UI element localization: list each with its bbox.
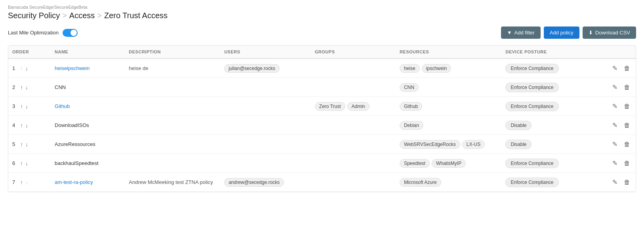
device-posture-badge: Enforce Compliance	[505, 83, 558, 92]
device-posture-badge: Enforce Compliance	[505, 64, 558, 73]
device-posture-cell: Enforce Compliance	[501, 78, 597, 97]
col-header-device-posture: DEVICE POSTURE	[501, 45, 597, 59]
resources-cell: CNN	[396, 78, 502, 97]
device-posture-cell: Enforce Compliance	[501, 97, 597, 116]
users-cell	[220, 116, 311, 135]
move-down-button[interactable]: ↓	[25, 84, 29, 91]
resource-chip: Github	[400, 102, 422, 111]
edit-button[interactable]: ✎	[611, 64, 619, 73]
col-header-users: USERS	[220, 45, 311, 59]
order-cell: 2↑↓	[8, 78, 51, 97]
policy-name-link[interactable]: heiseipschwein	[55, 65, 90, 71]
edit-button[interactable]: ✎	[611, 83, 619, 92]
actions-cell: ✎🗑	[597, 173, 636, 192]
device-posture-badge: Disable	[505, 121, 532, 130]
move-up-button[interactable]: ↑	[19, 103, 24, 110]
device-posture-cell: Enforce Compliance	[501, 154, 597, 173]
policy-name: AzureRessources	[55, 141, 95, 147]
description-cell	[125, 135, 220, 154]
actions-cell: ✎🗑	[597, 59, 636, 78]
delete-button[interactable]: 🗑	[622, 140, 632, 149]
toolbar-right: ▼ Add filter Add policy ⬇ Download CSV	[501, 27, 636, 39]
resources-cell: heiseipschwein	[396, 59, 502, 78]
table-row: 4↑↓DownloadISOsDebianDisable✎🗑	[8, 116, 636, 135]
download-csv-button[interactable]: ⬇ Download CSV	[583, 27, 636, 39]
delete-button[interactable]: 🗑	[622, 102, 632, 111]
col-header-groups: GROUPS	[311, 45, 396, 59]
users-cell	[220, 154, 311, 173]
table-row: 7↑↓am-test-ra-policyAndrew McMeeking tes…	[8, 173, 636, 192]
device-posture-badge: Enforce Compliance	[505, 159, 558, 168]
filter-icon: ▼	[507, 30, 512, 36]
table-header-row: ORDER NAME DESCRIPTION USERS GROUPS RESO…	[8, 45, 636, 59]
add-filter-button[interactable]: ▼ Add filter	[501, 27, 541, 39]
col-header-description: DESCRIPTION	[125, 45, 220, 59]
users-cell: julian@secedge.rocks	[220, 59, 311, 78]
page-title: Security Policy > Access > Zero Trust Ac…	[8, 11, 636, 20]
add-policy-button[interactable]: Add policy	[544, 27, 579, 39]
name-cell: CNN	[51, 78, 125, 97]
groups-cell	[311, 135, 396, 154]
edit-button[interactable]: ✎	[611, 159, 619, 168]
resource-chip: heise	[400, 64, 420, 73]
description-cell: heise de	[125, 59, 220, 78]
last-mile-toggle[interactable]	[63, 29, 78, 37]
users-cell	[220, 78, 311, 97]
move-up-button[interactable]: ↑	[19, 84, 24, 91]
groups-cell	[311, 59, 396, 78]
move-up-button[interactable]: ↑	[19, 160, 24, 167]
resources-cell: Debian	[396, 116, 502, 135]
move-down-button[interactable]: ↓	[25, 65, 29, 72]
table-row: 6↑↓backhaulSpeedtestSpeedtestWhatisMyIPE…	[8, 154, 636, 173]
order-cell: 6↑↓	[8, 154, 51, 173]
move-up-button[interactable]: ↑	[19, 122, 24, 129]
delete-button[interactable]: 🗑	[622, 64, 632, 73]
actions-cell: ✎🗑	[597, 116, 636, 135]
edit-button[interactable]: ✎	[611, 102, 619, 111]
device-posture-badge: Disable	[505, 140, 532, 149]
groups-cell: Zero TrustAdmin	[311, 97, 396, 116]
toolbar: Last Mile Optimization ▼ Add filter Add …	[8, 27, 636, 39]
policy-name: backhaulSpeedtest	[55, 160, 99, 166]
description-cell: Andrew McMeeking test ZTNA policy	[125, 173, 220, 192]
edit-button[interactable]: ✎	[611, 140, 619, 149]
move-down-button[interactable]: ↓	[25, 141, 29, 148]
move-up-button[interactable]: ↑	[19, 179, 24, 186]
device-posture-badge: Enforce Compliance	[505, 102, 558, 111]
description-cell	[125, 154, 220, 173]
name-cell: AzureRessources	[51, 135, 125, 154]
delete-button[interactable]: 🗑	[622, 121, 632, 130]
name-cell: DownloadISOs	[51, 116, 125, 135]
move-down-button[interactable]: ↓	[25, 103, 29, 110]
group-chip: Zero Trust	[315, 102, 345, 111]
order-cell: 1↑↓	[8, 59, 51, 78]
move-down-button: ↓	[25, 179, 29, 186]
resource-chip: WebSRVSecEdgeRocks	[400, 140, 460, 149]
move-up-button[interactable]: ↑	[19, 141, 24, 148]
device-posture-cell: Enforce Compliance	[501, 59, 597, 78]
resources-cell: WebSRVSecEdgeRocksLX-US	[396, 135, 502, 154]
table-row: 2↑↓CNNCNNEnforce Compliance✎🗑	[8, 78, 636, 97]
description-cell	[125, 116, 220, 135]
delete-button[interactable]: 🗑	[622, 178, 632, 187]
delete-button[interactable]: 🗑	[622, 159, 632, 168]
move-down-button[interactable]: ↓	[25, 122, 29, 129]
description-cell	[125, 97, 220, 116]
last-mile-label: Last Mile Optimization	[8, 30, 59, 36]
policy-name: CNN	[55, 84, 66, 90]
resource-chip: CNN	[400, 83, 419, 92]
edit-button[interactable]: ✎	[611, 121, 619, 130]
policy-name: DownloadISOs	[55, 122, 89, 128]
user-chip: andrew@secedge.rocks	[224, 178, 284, 187]
policy-name-link[interactable]: am-test-ra-policy	[55, 179, 93, 185]
resources-cell: Microsoft Azure	[396, 173, 502, 192]
policy-name-link[interactable]: Github	[55, 103, 70, 109]
move-down-button[interactable]: ↓	[25, 160, 29, 167]
col-header-name: NAME	[51, 45, 125, 59]
order-cell: 5↑↓	[8, 135, 51, 154]
users-cell	[220, 97, 311, 116]
actions-cell: ✎🗑	[597, 154, 636, 173]
delete-button[interactable]: 🗑	[622, 83, 632, 92]
edit-button[interactable]: ✎	[611, 178, 619, 187]
table-row: 1↑↓heiseipschweinheise dejulian@secedge.…	[8, 59, 636, 78]
